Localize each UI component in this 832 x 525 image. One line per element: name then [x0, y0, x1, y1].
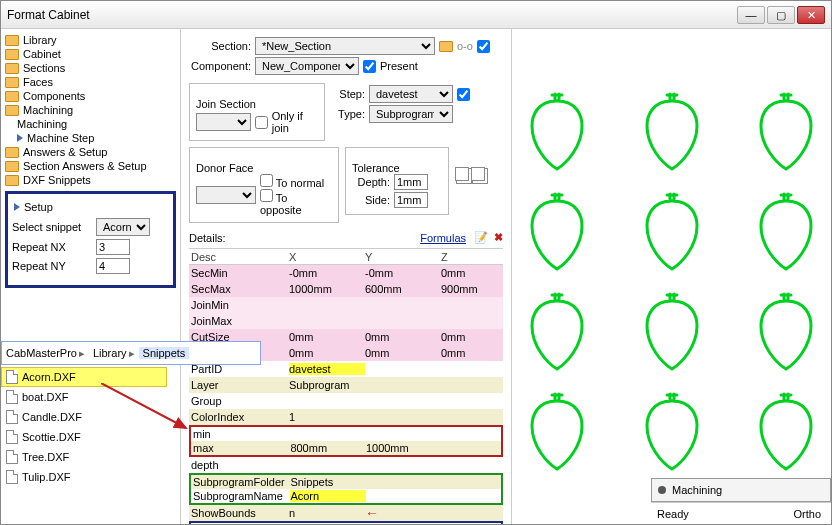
tree-item[interactable]: Components	[23, 90, 85, 102]
tree-item[interactable]: Answers & Setup	[23, 146, 107, 158]
folder-icon	[5, 175, 19, 186]
tree-item[interactable]: Sections	[23, 62, 65, 74]
file-item[interactable]: Tree.DXF	[1, 447, 167, 467]
status-ready: Ready	[651, 508, 793, 520]
folder-icon[interactable]	[439, 41, 453, 52]
present-checkbox[interactable]	[363, 60, 376, 73]
details-label: Details:	[189, 232, 420, 244]
grid-row[interactable]: JoinMax	[189, 313, 503, 329]
machining-tab[interactable]: Machining	[651, 478, 831, 502]
formulas-link[interactable]: Formulas	[420, 232, 466, 244]
donor-face-legend: Donor Face	[196, 162, 253, 174]
tree-item[interactable]: Machine Step	[27, 132, 94, 144]
only-if-join-checkbox[interactable]	[255, 116, 268, 129]
repeat-nx-input[interactable]	[96, 239, 130, 255]
grid-row[interactable]: ColorIndex1	[189, 409, 503, 425]
tree-item[interactable]: DXF Snippets	[23, 174, 91, 186]
tool-icon[interactable]: 📝	[474, 231, 488, 244]
details-grid[interactable]: Desc X Y Z SecMin-0mm-0mm0mmSecMax1000mm…	[189, 248, 503, 524]
select-snippet-dropdown[interactable]: Acorn	[96, 218, 150, 236]
dot-icon	[658, 486, 666, 494]
side-label: Side:	[352, 194, 390, 206]
file-icon	[6, 450, 18, 464]
donor-face-group: Donor Face To normal To opposite	[189, 147, 339, 223]
folder-icon	[5, 49, 19, 60]
col-y[interactable]: Y	[365, 251, 441, 263]
delete-icon[interactable]: ✖	[494, 231, 503, 244]
component-label: Component:	[189, 60, 251, 72]
crumb-3[interactable]: Snippets	[143, 347, 186, 359]
close-button[interactable]: ✕	[797, 6, 825, 24]
col-z[interactable]: Z	[441, 251, 501, 263]
tree-item[interactable]: Machining	[23, 104, 73, 116]
status-ortho: Ortho	[793, 508, 831, 520]
tree-item-setup[interactable]: Setup	[24, 201, 53, 213]
crumb-1[interactable]: CabMasterPro	[6, 347, 77, 359]
minimize-button[interactable]: —	[737, 6, 765, 24]
depth-input[interactable]	[394, 174, 428, 190]
step-dropdown[interactable]: davetest	[369, 85, 453, 103]
file-item[interactable]: Candle.DXF	[1, 407, 167, 427]
paste-icon[interactable]	[471, 167, 485, 181]
component-dropdown[interactable]: New_Componer	[255, 57, 359, 75]
folder-icon	[5, 105, 19, 116]
join-section-legend: Join Section	[196, 98, 256, 110]
file-item[interactable]: Scottie.DXF	[1, 427, 167, 447]
grid-row[interactable]: RepeatCount34	[189, 521, 503, 524]
join-dropdown[interactable]	[196, 113, 251, 131]
type-dropdown[interactable]: Subprogram	[369, 105, 453, 123]
section-checkbox[interactable]	[477, 40, 490, 53]
grid-row[interactable]: SubprogramFolderSnippets	[189, 473, 503, 489]
link-icon[interactable]: o-o	[457, 40, 473, 52]
folder-icon	[5, 77, 19, 88]
present-label: Present	[380, 60, 418, 72]
center-panel: Section: *New_Section o-o Component: New…	[181, 29, 511, 524]
grid-row[interactable]: SubprogramNameAcorn	[189, 489, 503, 505]
preview-pane[interactable]: Machining Ready Ortho	[511, 29, 831, 524]
grid-row[interactable]: Group	[189, 393, 503, 409]
col-x[interactable]: X	[289, 251, 365, 263]
window-title: Format Cabinet	[7, 8, 737, 22]
file-list[interactable]: Acorn.DXF boat.DXF Candle.DXF Scottie.DX…	[1, 367, 167, 487]
folder-icon	[5, 91, 19, 102]
file-item[interactable]: boat.DXF	[1, 387, 167, 407]
grid-row[interactable]: min	[189, 425, 503, 441]
col-desc[interactable]: Desc	[189, 251, 289, 263]
folder-icon	[5, 161, 19, 172]
file-item[interactable]: Tulip.DXF	[1, 467, 167, 487]
maximize-button[interactable]: ▢	[767, 6, 795, 24]
grid-row[interactable]: JoinMin	[189, 297, 503, 313]
folder-icon	[5, 35, 19, 46]
grid-row[interactable]: SecMax1000mm600mm900mm	[189, 281, 503, 297]
grid-row[interactable]: depth	[189, 457, 503, 473]
tree-item[interactable]: Faces	[23, 76, 53, 88]
file-item[interactable]: Acorn.DXF	[1, 367, 167, 387]
to-opposite-checkbox[interactable]	[260, 189, 273, 202]
repeat-ny-input[interactable]	[96, 258, 130, 274]
arrow-icon	[14, 203, 20, 211]
grid-row[interactable]: max800mm1000mm	[189, 441, 503, 457]
side-input[interactable]	[394, 192, 428, 208]
to-normal-checkbox[interactable]	[260, 174, 273, 187]
step-label: Step:	[331, 88, 365, 100]
depth-label: Depth:	[352, 176, 390, 188]
breadcrumb[interactable]: CabMasterPro▸ Library▸ Snippets	[1, 341, 261, 365]
step-checkbox[interactable]	[457, 88, 470, 101]
to-normal-label: To normal	[276, 177, 324, 189]
setup-panel: Setup Select snippet Acorn Repeat NX Rep…	[5, 191, 176, 288]
donor-dropdown[interactable]	[196, 186, 256, 204]
section-dropdown[interactable]: *New_Section	[255, 37, 435, 55]
arrow-icon	[17, 134, 23, 142]
acorn-grid	[522, 79, 821, 491]
titlebar: Format Cabinet — ▢ ✕	[1, 1, 831, 29]
status-bar: Ready Ortho	[651, 502, 831, 524]
tree-item[interactable]: Machining	[17, 118, 67, 130]
grid-row[interactable]: LayerSubprogram	[189, 377, 503, 393]
tree-item[interactable]: Library	[23, 34, 57, 46]
crumb-2[interactable]: Library	[93, 347, 127, 359]
copy-icon[interactable]	[455, 167, 469, 181]
tree-item[interactable]: Cabinet	[23, 48, 61, 60]
grid-row[interactable]: SecMin-0mm-0mm0mm	[189, 265, 503, 281]
grid-row[interactable]: ShowBoundsn←	[189, 505, 503, 521]
tree-item[interactable]: Section Answers & Setup	[23, 160, 147, 172]
